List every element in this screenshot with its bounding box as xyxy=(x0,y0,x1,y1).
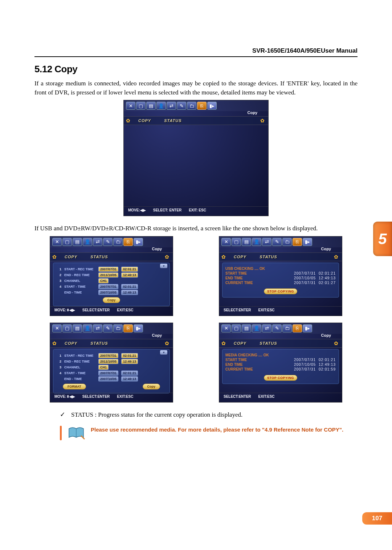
label: END TIME xyxy=(225,276,243,280)
copy-icon: ⎘ xyxy=(293,324,302,332)
tool-icon: ✕ xyxy=(126,102,135,110)
value-date: 2007/07/31 xyxy=(294,358,316,362)
network-icon: ⇄ xyxy=(262,324,271,332)
value-time: 02:01:27 xyxy=(319,281,336,285)
disk-icon: ▤ xyxy=(73,324,82,332)
network-icon: ⇄ xyxy=(262,238,271,246)
person-icon: 👤 xyxy=(83,324,92,332)
dropdown-icon: ▾ xyxy=(160,264,167,268)
value-time: 02:01:21 xyxy=(121,371,138,376)
note-callout: Please use recommended media. For more d… xyxy=(60,426,350,440)
value-time: 02:01:59 xyxy=(319,367,336,371)
row-num: 4 xyxy=(56,371,61,375)
tab-status: STATUS xyxy=(253,255,283,259)
copy-icon: ⎘ xyxy=(293,238,302,246)
section-heading: 5.12 Copy xyxy=(34,64,358,75)
toolbar-label: Copy xyxy=(152,247,162,251)
label: CURRENT TIME xyxy=(225,367,253,371)
label: END - TIME xyxy=(64,377,95,381)
tab-status: STATUS xyxy=(84,255,114,259)
chapter-tab: 5 xyxy=(373,222,392,256)
hint-select: SELECT: ENTER xyxy=(153,208,181,212)
tab-copy: COPY xyxy=(227,341,253,345)
monitor-icon: ▢ xyxy=(232,324,241,332)
label: START - TIME xyxy=(64,371,95,375)
row-num: 2 xyxy=(56,360,61,363)
book-icon xyxy=(67,426,86,440)
gear-icon: ✿ xyxy=(334,254,340,260)
label: START - TIME xyxy=(64,285,95,288)
gear-icon: ✿ xyxy=(165,254,171,260)
tab-bar: ✿ COPY STATUS ✿ xyxy=(50,252,173,261)
network-icon: ⇄ xyxy=(93,238,102,246)
row-num: 1 xyxy=(56,267,61,271)
screenshot-copy-cdrw: ✕ ▢ ▤ 👤 ⇄ ✎ 🗀 ⎘ ▮▸ Copy ✿ COPY STATUS ✿ … xyxy=(50,323,173,403)
exit-icon: ▮▸ xyxy=(134,324,143,332)
tab-copy: COPY xyxy=(58,341,84,345)
row-num: 1 xyxy=(56,354,61,357)
footer-hints: SELECT:ENTER EXIT:ESC xyxy=(219,306,342,314)
status-panel: MEDIA CHECKING .... OK START TIME2007/07… xyxy=(222,349,339,384)
label: CHANNEL xyxy=(64,279,95,283)
dropdown-icon: ▾ xyxy=(160,350,167,355)
copy-form: ▾ 1START - REC TIME2007/07/3102:01:21 2E… xyxy=(53,263,170,306)
edit-icon: ✎ xyxy=(272,324,282,332)
folder-icon: 🗀 xyxy=(282,324,292,332)
tab-status: STATUS xyxy=(158,118,188,123)
gear-icon: ✿ xyxy=(165,340,171,346)
tab-copy: COPY xyxy=(58,255,84,259)
gear-icon: ✿ xyxy=(52,254,58,260)
disk-icon: ▤ xyxy=(242,324,251,332)
tool-icon: ✕ xyxy=(52,238,62,246)
hint-select: SELECT:ENTER xyxy=(82,308,110,312)
value-time: 12:49:13 xyxy=(319,276,336,280)
tab-status: STATUS xyxy=(253,341,283,345)
check-line: USB CHECKING .... OK xyxy=(225,267,265,271)
hint-exit: EXIT:ESC xyxy=(117,308,133,312)
status-panel: USB CHECKING .... OK START TIME2007/07/3… xyxy=(222,263,339,298)
tab-bar: ✿ COPY STATUS ✿ xyxy=(219,252,342,261)
monitor-icon: ▢ xyxy=(232,238,241,246)
hint-move: MOVE:⬍◀▶ xyxy=(54,308,75,312)
screenshot-grid: ✕ ▢ ▤ 👤 ⇄ ✎ 🗀 ⎘ ▮▸ Copy ✿ COPY STATUS ✿ … xyxy=(34,236,358,403)
tab-bar: ✿ COPY STATUS ✿ xyxy=(50,339,173,348)
edit-icon: ✎ xyxy=(272,238,282,246)
hint-exit: EXIT: ESC xyxy=(189,208,206,212)
paragraph-1: If a storage medium is connected, video … xyxy=(34,79,358,97)
row-num: 4 xyxy=(56,285,61,288)
copy-icon: ⎘ xyxy=(123,324,133,332)
format-button: FORMAT xyxy=(63,384,86,389)
page-number-box: 107 xyxy=(362,512,392,525)
value-date: 2007/07/31 xyxy=(98,267,118,272)
folder-icon: 🗀 xyxy=(113,238,123,246)
value-channel: CH1 xyxy=(98,365,109,370)
hint-move: MOVE:⬍◀▶ xyxy=(54,395,75,399)
disk-icon: ▤ xyxy=(146,102,156,110)
value-time: 12:49:13 xyxy=(319,363,336,367)
value-date: 2011/10/05 xyxy=(98,272,118,278)
header-rule xyxy=(34,56,358,57)
screenshot-status-media: ✕ ▢ ▤ 👤 ⇄ ✎ 🗀 ⎘ ▮▸ Copy ✿ COPY STATUS ✿ … xyxy=(219,323,342,403)
hint-select: SELECT:ENTER xyxy=(82,395,110,399)
toolbar-label: Copy xyxy=(152,333,162,337)
value-date: 2007/07/31 xyxy=(294,367,316,371)
copy-icon: ⎘ xyxy=(197,102,207,110)
gear-icon: ✿ xyxy=(334,340,340,346)
folder-icon: 🗀 xyxy=(113,324,123,332)
document-page: SVR-1650E/1640A/950EUser Manual 5.12 Cop… xyxy=(0,0,392,550)
label: CURRENT TIME xyxy=(225,281,253,285)
status-note-text: STATUS : Progress status for the current… xyxy=(71,411,242,418)
row-num: 3 xyxy=(56,279,61,283)
screenshot-main: ✕ ▢ ▤ 👤 ⇄ ✎ 🗀 ⎘ ▮▸ Copy ✿ COPY STATUS ✿ … xyxy=(123,100,269,216)
network-icon: ⇄ xyxy=(167,102,176,110)
value-time: 12:49:13 xyxy=(121,376,138,381)
footer-hints: MOVE:◀▶ SELECT: ENTER EXIT: ESC xyxy=(124,206,268,214)
value-channel: CH1 xyxy=(98,278,109,283)
note-accent-bar xyxy=(60,426,62,440)
label: START - REC TIME xyxy=(64,354,95,357)
toolbar-label: Copy xyxy=(321,247,331,251)
manual-title: SVR-1650E/1640A/950EUser Manual xyxy=(252,47,358,54)
hint-move: MOVE:◀▶ xyxy=(128,208,146,212)
label: START TIME xyxy=(225,271,247,275)
chapter-number: 5 xyxy=(378,230,387,248)
